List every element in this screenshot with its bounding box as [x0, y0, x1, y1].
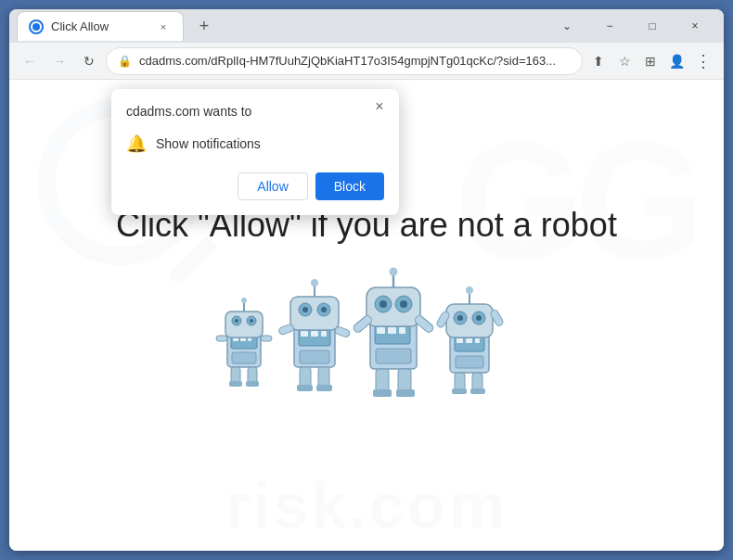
url-bar[interactable]: 🔒 cdadms.com/dRplIq-HM7fUuhZjQbKiaHT17o3…	[106, 47, 583, 75]
popup-title: cdadms.com wants to	[126, 104, 384, 119]
svg-rect-24	[300, 350, 329, 363]
new-tab-button[interactable]: +	[191, 13, 217, 39]
url-text: cdadms.com/dRplIq-HM7fUuhZjQbKiaHT17o3I5…	[139, 54, 571, 68]
account-icon[interactable]: 👤	[664, 49, 688, 73]
bell-icon: 🔔	[126, 134, 147, 154]
svg-point-48	[400, 300, 407, 308]
svg-rect-14	[261, 336, 272, 341]
back-button[interactable]: ←	[17, 48, 43, 74]
restore-button[interactable]: □	[631, 9, 674, 43]
tab-close-button[interactable]: ×	[155, 19, 172, 35]
svg-rect-56	[396, 389, 415, 397]
svg-point-66	[457, 315, 463, 321]
svg-point-29	[321, 307, 327, 312]
svg-rect-5	[232, 352, 256, 363]
svg-point-67	[476, 315, 482, 321]
svg-rect-42	[399, 327, 405, 334]
svg-rect-33	[334, 326, 351, 338]
svg-rect-40	[377, 327, 385, 334]
lock-icon: 🔒	[118, 55, 132, 68]
svg-point-10	[250, 319, 253, 323]
svg-point-28	[302, 307, 308, 312]
svg-rect-13	[216, 336, 227, 341]
svg-rect-22	[311, 331, 318, 337]
svg-rect-61	[475, 338, 480, 343]
popup-close-button[interactable]: ×	[369, 96, 390, 117]
close-button[interactable]: ×	[674, 9, 716, 43]
popup-notification-row: 🔔 Show notifications	[126, 130, 384, 158]
svg-rect-23	[321, 331, 327, 337]
svg-rect-63	[446, 304, 493, 337]
notification-popup: × cdadms.com wants to 🔔 Show notificatio…	[111, 89, 399, 215]
notification-label: Show notifications	[156, 136, 261, 151]
svg-point-50	[390, 268, 398, 276]
minimize-button[interactable]: −	[588, 9, 631, 43]
svg-point-47	[379, 300, 387, 308]
svg-rect-36	[297, 385, 313, 391]
svg-rect-37	[316, 385, 332, 391]
share-icon[interactable]: ⬆	[586, 49, 611, 73]
page-content: GG risk.com Click "Allow" if you are not…	[9, 80, 724, 551]
svg-point-9	[235, 319, 238, 323]
svg-rect-55	[373, 389, 392, 397]
svg-rect-41	[388, 327, 396, 334]
extension-icon[interactable]: ⊞	[638, 49, 662, 73]
svg-rect-44	[366, 287, 420, 326]
svg-rect-34	[300, 367, 311, 388]
svg-point-31	[311, 279, 318, 286]
svg-rect-35	[318, 367, 329, 388]
browser-window: Click Allow × + ⌄ − □ × ← → ↻ 🔒 cdadms.c…	[9, 9, 724, 551]
svg-point-12	[241, 298, 247, 303]
bookmark-icon[interactable]: ☆	[612, 49, 637, 73]
svg-rect-17	[229, 381, 242, 387]
url-actions: ⬆ ☆ ⊞ 👤 ⋮	[586, 48, 716, 74]
svg-rect-59	[457, 338, 463, 343]
svg-rect-60	[466, 338, 472, 343]
svg-point-69	[466, 286, 473, 294]
chevron-down-button[interactable]: ⌄	[546, 9, 588, 43]
popup-buttons: Allow Block	[126, 172, 384, 200]
svg-rect-43	[376, 349, 411, 363]
tab-title: Click Allow	[51, 19, 148, 33]
svg-rect-62	[456, 356, 483, 368]
active-tab[interactable]: Click Allow ×	[17, 11, 184, 41]
tab-favicon	[29, 19, 44, 34]
svg-rect-75	[470, 388, 485, 394]
window-controls: ⌄ − □ ×	[546, 9, 716, 43]
allow-button[interactable]: Allow	[238, 172, 307, 200]
svg-rect-25	[290, 297, 339, 330]
svg-rect-6	[225, 312, 263, 337]
svg-rect-74	[452, 388, 467, 394]
svg-rect-32	[278, 324, 295, 336]
svg-rect-18	[246, 381, 259, 387]
block-button[interactable]: Block	[315, 172, 384, 200]
robots-svg	[209, 267, 524, 415]
address-bar: ← → ↻ 🔒 cdadms.com/dRplIq-HM7fUuhZjQbKia…	[9, 43, 724, 80]
robots-illustration	[209, 267, 524, 415]
svg-rect-21	[301, 331, 308, 337]
title-bar: Click Allow × + ⌄ − □ ×	[9, 9, 724, 43]
refresh-button[interactable]: ↻	[76, 48, 102, 74]
menu-icon[interactable]: ⋮	[690, 48, 716, 74]
forward-button[interactable]: →	[46, 48, 72, 74]
